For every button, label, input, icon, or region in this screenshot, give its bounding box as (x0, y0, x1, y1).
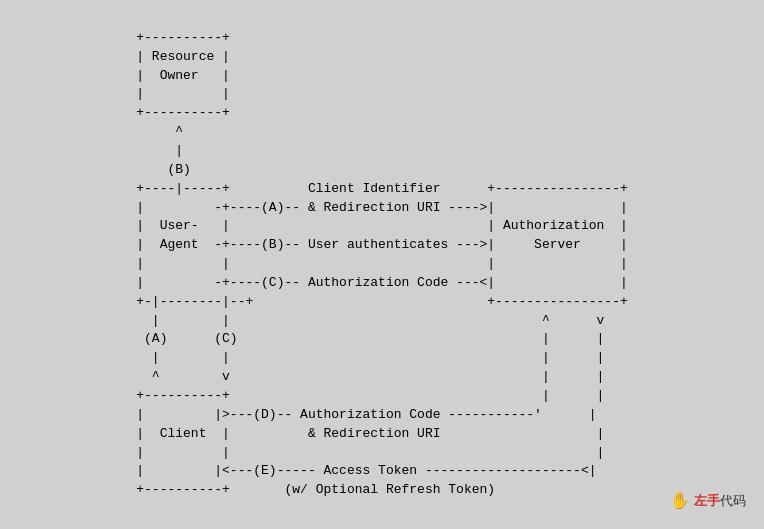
watermark-text: 左手代码 (694, 492, 746, 510)
watermark: ✋ 左手代码 (670, 491, 746, 511)
diagram-container: +----------+ | Resource | | Owner | | | … (0, 0, 764, 529)
watermark-icon: ✋ (670, 491, 690, 511)
oauth-diagram: +----------+ | Resource | | Owner | | | … (116, 19, 647, 510)
